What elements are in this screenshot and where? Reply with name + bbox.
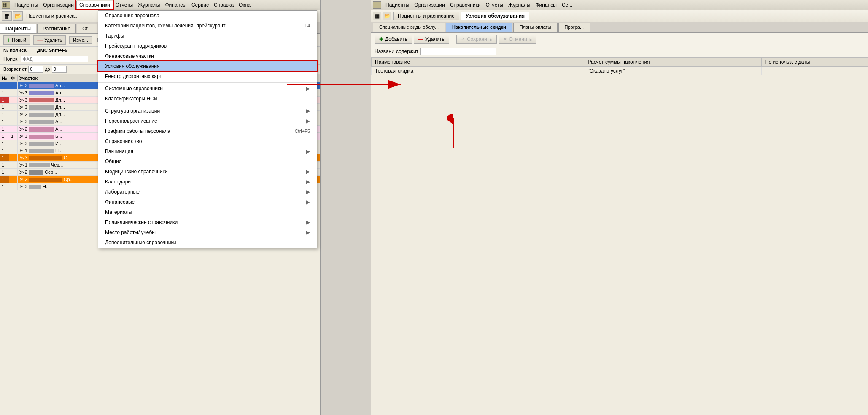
right-folder-icon: 📂 xyxy=(383,12,391,20)
cancel-label: Отменить xyxy=(509,36,532,42)
toolbar-icon-2[interactable]: 📂 xyxy=(13,11,23,21)
age-from-input[interactable] xyxy=(28,66,43,73)
menu-schedule-shortcut: Ctrl+F5 xyxy=(295,129,310,134)
menu-materials[interactable]: Материалы xyxy=(98,207,317,217)
menu-polyclinic-refs[interactable]: Поликлинические справочники ▶ xyxy=(98,217,317,227)
save-label: Сохранить xyxy=(467,36,492,42)
delete-button[interactable]: — Удалить xyxy=(33,35,66,45)
separator-1 xyxy=(98,82,317,83)
age-from-label: Возраст от xyxy=(3,67,27,72)
right-menu-organizations[interactable]: Организации xyxy=(412,1,447,9)
save-button[interactable]: ✓ Сохранить xyxy=(456,35,497,44)
menu-patient-cat-shortcut: F4 xyxy=(305,23,310,28)
menu-org-structure[interactable]: Структура организации ▶ xyxy=(98,106,317,116)
col-num-header: № xyxy=(0,75,9,81)
patients-schedule-btn[interactable]: Пациенты и расписание xyxy=(393,12,459,20)
arrow-icon-4: ▶ xyxy=(306,148,310,154)
age-to-label: до xyxy=(45,67,50,72)
table-row[interactable]: Тестовая скидка "Оказано услуг" xyxy=(372,67,868,75)
menu-nsi-classifiers[interactable]: Классификаторы НСИ xyxy=(98,94,317,104)
menu-calendars[interactable]: Календари ▶ xyxy=(98,177,317,187)
plus-icon: + xyxy=(7,37,11,43)
menu-journals[interactable]: Журналы xyxy=(135,1,162,9)
right-menu-service[interactable]: Се... xyxy=(559,1,575,9)
x-icon: ✕ xyxy=(503,36,507,42)
menu-work-schedule[interactable]: Графики работы персонала Ctrl+F5 xyxy=(98,126,317,136)
menu-references[interactable]: Справочники xyxy=(76,1,113,9)
toolbar-icon-1[interactable]: ▦ xyxy=(2,11,12,21)
filter-input[interactable] xyxy=(420,48,496,55)
delete-label: Удалить xyxy=(425,36,445,42)
right-subtabs-row: Специальные виды обслу... Накопительные … xyxy=(371,22,868,33)
search-input[interactable] xyxy=(21,56,88,62)
menu-service-conditions[interactable]: Условия обслуживания xyxy=(98,61,317,71)
arrow-icon-2: ▶ xyxy=(306,108,310,114)
menu-quota-label: Справочник квот xyxy=(105,138,144,144)
add-label: Добавить xyxy=(385,36,407,42)
menu-quota-ref[interactable]: Справочник квот xyxy=(98,136,317,146)
age-to-input[interactable] xyxy=(52,66,67,73)
right-menu-bar: Пациенты Организации Справочники Отчеты … xyxy=(371,0,868,10)
menu-finances[interactable]: Финансы xyxy=(163,1,189,9)
menu-mat-label: Материалы xyxy=(105,209,132,215)
arrow-icon-3: ▶ xyxy=(306,118,310,124)
menu-system-refs-label: Системные справочники xyxy=(105,86,163,92)
row-date-cell xyxy=(761,67,868,75)
menu-personnel[interactable]: Персонал/расписание ▶ xyxy=(98,116,317,126)
service-conditions-btn[interactable]: Условия обслуживания xyxy=(461,12,529,20)
menu-workplace[interactable]: Место работы/ учебы ▶ xyxy=(98,227,317,237)
right-toolbar-icon: ▦ xyxy=(373,12,381,20)
menu-patient-categories[interactable]: Категории пациентов, схемы лечения, прей… xyxy=(98,21,317,31)
tab-patients[interactable]: Пациенты xyxy=(0,24,36,33)
cancel-button[interactable]: ✕ Отменить xyxy=(499,35,537,44)
right-menu-patients[interactable]: Пациенты xyxy=(383,1,412,9)
right-app-icon xyxy=(373,1,381,9)
tab-ot[interactable]: Ot... xyxy=(77,24,97,33)
right-menu-finances[interactable]: Финансы xyxy=(533,1,559,9)
menu-windows[interactable]: Окна xyxy=(236,1,253,9)
menu-additional-refs[interactable]: Дополнительные справочники xyxy=(98,237,317,248)
menu-organizations[interactable]: Организации xyxy=(40,1,76,9)
menu-reports[interactable]: Отчеты xyxy=(113,1,135,9)
right-menu-references[interactable]: Справочники xyxy=(447,1,483,9)
menu-patients[interactable]: Пациенты xyxy=(12,1,40,9)
menu-service[interactable]: Сервис xyxy=(189,1,211,9)
subtab-special-types[interactable]: Специальные виды обслу... xyxy=(373,23,445,32)
menu-tariffs[interactable]: Тарифы xyxy=(98,31,317,41)
tab-schedule[interactable]: Расписание xyxy=(37,24,76,33)
menu-nsi-label: Классификаторы НСИ xyxy=(105,96,158,102)
separator-2 xyxy=(98,105,317,105)
right-table-container: Наименование Расчет суммы накопления Не … xyxy=(371,57,868,75)
row-name-cell: Тестовая скидка xyxy=(372,67,584,75)
menu-laboratory[interactable]: Лабораторные ▶ xyxy=(98,187,317,197)
col-phi-header: Φ xyxy=(9,75,18,81)
new-button[interactable]: + Новый xyxy=(3,35,30,45)
toolbar-window-label: Пациенты и расписа... xyxy=(24,12,81,20)
col-calc-header: Расчет суммы накопления xyxy=(584,58,761,67)
menu-vaccination[interactable]: Вакцинация ▶ xyxy=(98,146,317,156)
menu-staff-handbook[interactable]: Справочник персонала xyxy=(98,11,317,21)
col-date-header: Не использ. с даты xyxy=(761,58,868,67)
left-menu-bar: ▦ Пациенты Организации Справочники Отчет… xyxy=(0,0,320,10)
app-icon: ▦ xyxy=(2,1,10,9)
right-data-table: Наименование Расчет суммы накопления Не … xyxy=(371,57,868,75)
subtab-payment-plans[interactable]: Планы оплаты xyxy=(513,23,558,32)
right-menu-reports[interactable]: Отчеты xyxy=(483,1,506,9)
arrow-icon-9: ▶ xyxy=(306,219,310,225)
menu-contractor-pricelist[interactable]: Прейскурант подрядчиков xyxy=(98,41,317,51)
edit-button[interactable]: Изме... xyxy=(69,36,92,44)
menu-help[interactable]: Справка xyxy=(211,1,236,9)
subtab-cumulative-discounts[interactable]: Накопительные скидки xyxy=(446,23,512,32)
menu-financial-sections[interactable]: Финансовые участки xyxy=(98,51,317,61)
menu-tariffs-label: Тарифы xyxy=(105,33,124,39)
menu-medical-refs[interactable]: Медицинские справочники ▶ xyxy=(98,167,317,177)
menu-general[interactable]: Общие xyxy=(98,156,317,167)
menu-system-refs[interactable]: Системные справочники ▶ xyxy=(98,84,317,94)
delete-action-button[interactable]: — Удалить xyxy=(414,35,449,44)
menu-financial[interactable]: Финансовые ▶ xyxy=(98,197,317,207)
right-menu-journals[interactable]: Журналы xyxy=(506,1,533,9)
subtab-programs[interactable]: Програ... xyxy=(558,23,590,32)
menu-discount-registry[interactable]: Реестр дисконтных карт xyxy=(98,71,317,81)
add-button[interactable]: ✚ Добавить xyxy=(375,35,412,44)
menu-general-label: Общие xyxy=(105,159,121,164)
